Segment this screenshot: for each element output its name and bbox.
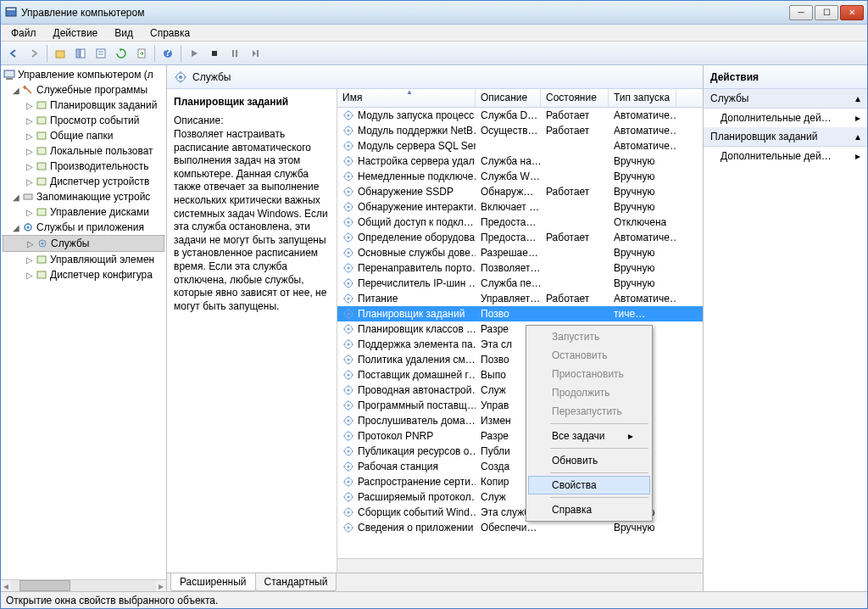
collapse-icon[interactable]: ◢ [11, 223, 21, 232]
cell-state [541, 160, 609, 162]
tree-group-storage[interactable]: ◢ Запоминающие устройс [3, 189, 164, 204]
play-button[interactable] [185, 44, 203, 63]
context-item[interactable]: Справка [528, 500, 650, 519]
expand-icon[interactable]: ▷ [25, 147, 35, 156]
context-item[interactable]: Свойства [528, 476, 650, 494]
menu-help[interactable]: Справка [147, 25, 193, 41]
close-button[interactable]: ✕ [840, 5, 864, 20]
expand-icon[interactable]: ▷ [25, 208, 35, 217]
expand-icon[interactable]: ▷ [25, 116, 35, 126]
toolbar: ? [1, 42, 867, 65]
tree-item[interactable]: ▷Диспетчер устройств [3, 174, 164, 189]
tree-group-services[interactable]: ◢ Службы и приложения [3, 220, 164, 235]
expand-icon[interactable]: ▷ [25, 177, 35, 187]
col-state[interactable]: Состояние [541, 89, 609, 107]
service-row[interactable]: Настройка сервера удал…Служба на…Вручную [337, 154, 703, 169]
cell-name: Поставщик домашней г… [337, 368, 476, 382]
tree-item[interactable]: ▷Управляющий элемен [3, 252, 164, 267]
cell-state: Работает [541, 292, 609, 305]
up-button[interactable] [51, 44, 70, 63]
col-description[interactable]: Описание [476, 89, 541, 107]
menu-view[interactable]: Вид [111, 25, 136, 41]
expand-icon[interactable]: ▷ [25, 255, 35, 265]
col-name[interactable]: Имя▲ [337, 89, 476, 107]
svg-point-28 [42, 243, 44, 245]
tree-h-scrollbar[interactable]: ◂ ▸ [1, 579, 166, 591]
actions-more-services[interactable]: Дополнительные дей…▸ [704, 109, 867, 127]
service-row[interactable]: Планировщик заданийПозвотиче… [337, 306, 703, 321]
service-row[interactable]: Общий доступ к подкл…Предоста…Отключена [337, 215, 703, 230]
tree-item[interactable]: ▷Управление дисками [3, 204, 164, 220]
tree-root[interactable]: Управление компьютером (л [3, 67, 164, 82]
actions-section-service[interactable]: Планировщик заданий▴ [704, 127, 867, 147]
tree-item[interactable]: ▷Локальные пользоват [3, 143, 164, 159]
tree-item[interactable]: ▷Просмотр событий [3, 113, 164, 128]
show-hide-tree-button[interactable] [71, 44, 90, 63]
tree-item[interactable]: ▷Службы [3, 235, 164, 252]
cell-startup: Вручную [609, 154, 676, 168]
menu-file[interactable]: Файл [8, 25, 40, 41]
tree-item[interactable]: ▷Общие папки [3, 128, 164, 143]
minimize-button[interactable]: ─ [789, 5, 813, 20]
context-item[interactable]: Все задачи▸ [528, 427, 650, 445]
tree-item[interactable]: ▷Диспетчер конфигура [3, 267, 164, 282]
tree-group-tools[interactable]: ◢ Служебные программы [3, 82, 164, 98]
cell-state [541, 527, 609, 528]
tree-item[interactable]: ▷Производительность [3, 159, 164, 174]
col-startup[interactable]: Тип запуска [609, 89, 676, 107]
svg-point-38 [348, 115, 350, 117]
collapse-icon[interactable]: ◢ [11, 86, 21, 95]
service-row[interactable]: Модуль сервера SQL Ser…Автоматиче… [337, 138, 703, 154]
list-h-scrollbar[interactable] [337, 558, 703, 573]
svg-rect-17 [37, 102, 46, 109]
actions-more-service[interactable]: Дополнительные дей…▸ [704, 147, 867, 165]
cell-name: Расширяемый протокол… [337, 490, 476, 504]
service-row[interactable]: Определение оборудова…Предоста…РаботаетА… [337, 230, 703, 245]
svg-rect-4 [81, 49, 85, 58]
svg-rect-3 [76, 49, 80, 58]
properties-button[interactable] [92, 44, 110, 63]
expand-icon[interactable]: ▷ [25, 271, 35, 280]
collapse-icon[interactable]: ◢ [11, 193, 21, 202]
cell-startup: Автоматиче… [609, 292, 676, 305]
tab-extended[interactable]: Расширенный [170, 573, 256, 591]
context-item-label: Остановить [552, 349, 608, 361]
service-row[interactable]: Перечислитель IP-шин …Служба пе…Вручную [337, 276, 703, 291]
expand-icon[interactable]: ▷ [25, 101, 35, 110]
tree-item-label: Локальные пользоват [50, 145, 153, 157]
context-item[interactable]: Обновить [528, 451, 650, 470]
service-row[interactable]: Основные службы дове…Разрешае…Вручную [337, 245, 703, 260]
menu-action[interactable]: Действие [50, 25, 102, 41]
cell-name: Немедленные подключе… [337, 170, 476, 183]
tab-standard[interactable]: Стандартный [255, 573, 337, 591]
service-row[interactable]: Сведения о приложенииОбеспечи…Вручную [337, 520, 703, 535]
pause-button[interactable] [225, 44, 244, 63]
export-button[interactable] [132, 44, 151, 63]
service-row[interactable]: Обнаружение интеракти…Включает …Вручную [337, 199, 703, 215]
service-icon [342, 399, 354, 411]
stop-button[interactable] [205, 44, 224, 63]
forward-button[interactable] [25, 44, 43, 63]
refresh-button[interactable] [112, 44, 131, 63]
service-row[interactable]: Модуль запуска процесс…Служба D…Работает… [337, 108, 703, 123]
service-icon [342, 140, 354, 152]
back-button[interactable] [4, 44, 23, 63]
svg-rect-16 [6, 78, 13, 80]
service-row[interactable]: Немедленные подключе…Служба W…Вручную [337, 169, 703, 184]
titlebar[interactable]: Управление компьютером ─ ☐ ✕ [1, 1, 867, 25]
service-row[interactable]: ПитаниеУправляет…РаботаетАвтоматиче… [337, 291, 703, 306]
cell-name: Питание [337, 292, 476, 305]
context-item-label: Обновить [552, 455, 598, 467]
service-row[interactable]: Перенаправитель порто…Позволяет…Вручную [337, 260, 703, 276]
service-row[interactable]: Модуль поддержки NetB…Осуществ…РаботаетА… [337, 123, 703, 138]
expand-icon[interactable]: ▷ [25, 239, 36, 249]
help-button[interactable]: ? [159, 44, 177, 63]
expand-icon[interactable]: ▷ [25, 162, 35, 171]
actions-section-services[interactable]: Службы▴ [704, 89, 867, 109]
tree-item[interactable]: ▷Планировщик заданий [3, 98, 164, 113]
service-row[interactable]: Обнаружение SSDPОбнаруж…РаботаетВручную [337, 184, 703, 199]
maximize-button[interactable]: ☐ [815, 5, 838, 20]
expand-icon[interactable]: ▷ [25, 131, 35, 141]
service-icon [342, 170, 354, 182]
restart-button[interactable] [246, 44, 264, 63]
